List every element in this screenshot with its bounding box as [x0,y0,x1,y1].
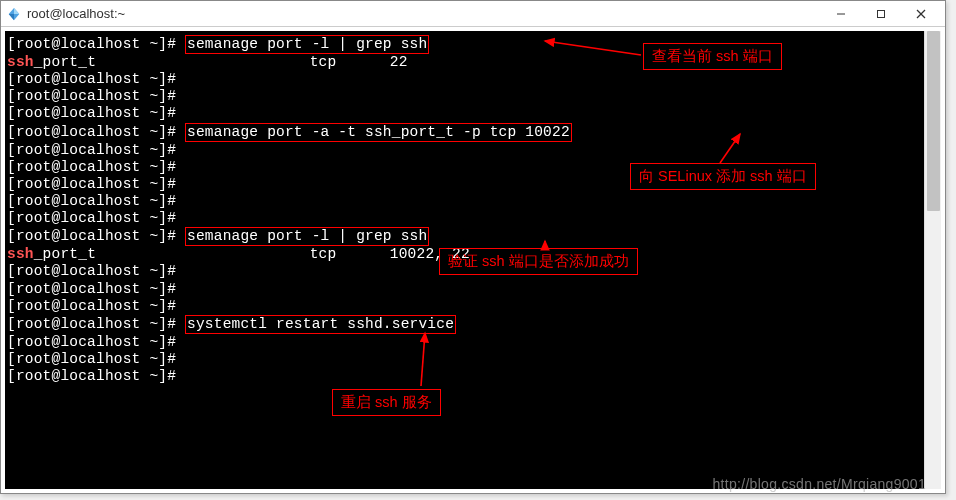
command-highlight: systemctl restart sshd.service [185,315,456,334]
app-icon [7,7,21,21]
output-line: ssh_port_t tcp 22 [7,54,941,71]
command-highlight: semanage port -l | grep ssh [185,35,429,54]
prompt-line: [root@localhost ~]# [7,368,941,385]
prompt-line: [root@localhost ~]# [7,193,941,210]
annotation-label: 向 SELinux 添加 ssh 端口 [630,163,816,190]
prompt-line: [root@localhost ~]# [7,351,941,368]
terminal-window: root@localhost:~ [root@localhost ~]# sem… [0,0,946,494]
scrollbar[interactable] [924,31,941,489]
prompt-line: [root@localhost ~]# [7,281,941,298]
prompt-line: [root@localhost ~]# [7,298,941,315]
minimize-button[interactable] [821,2,861,26]
window-title: root@localhost:~ [27,6,821,21]
svg-rect-4 [878,10,885,17]
prompt-line: [root@localhost ~]# [7,210,941,227]
command-highlight: semanage port -l | grep ssh [185,227,429,246]
annotation-label: 查看当前 ssh 端口 [643,43,782,70]
svg-marker-2 [9,14,14,20]
titlebar: root@localhost:~ [1,1,945,27]
prompt-line: [root@localhost ~]# semanage port -l | g… [7,227,941,246]
prompt-line: [root@localhost ~]# [7,88,941,105]
annotation-label: 重启 ssh 服务 [332,389,441,416]
prompt-line: [root@localhost ~]# semanage port -l | g… [7,35,941,54]
scrollbar-thumb[interactable] [927,31,940,211]
command-highlight: semanage port -a -t ssh_port_t -p tcp 10… [185,123,572,142]
window-controls [821,2,941,26]
prompt-line: [root@localhost ~]# semanage port -a -t … [7,123,941,142]
terminal-area[interactable]: [root@localhost ~]# semanage port -l | g… [5,31,941,489]
prompt-line: [root@localhost ~]# [7,71,941,88]
watermark: http://blog.csdn.net/Mrqiang9001 [712,476,926,492]
svg-marker-1 [14,7,19,13]
annotation-label: 验证 ssh 端口是否添加成功 [439,248,638,275]
close-button[interactable] [901,2,941,26]
prompt-line: [root@localhost ~]# [7,142,941,159]
prompt-line: [root@localhost ~]# systemctl restart ss… [7,315,941,334]
maximize-button[interactable] [861,2,901,26]
prompt-line: [root@localhost ~]# [7,334,941,351]
prompt-line: [root@localhost ~]# [7,105,941,122]
